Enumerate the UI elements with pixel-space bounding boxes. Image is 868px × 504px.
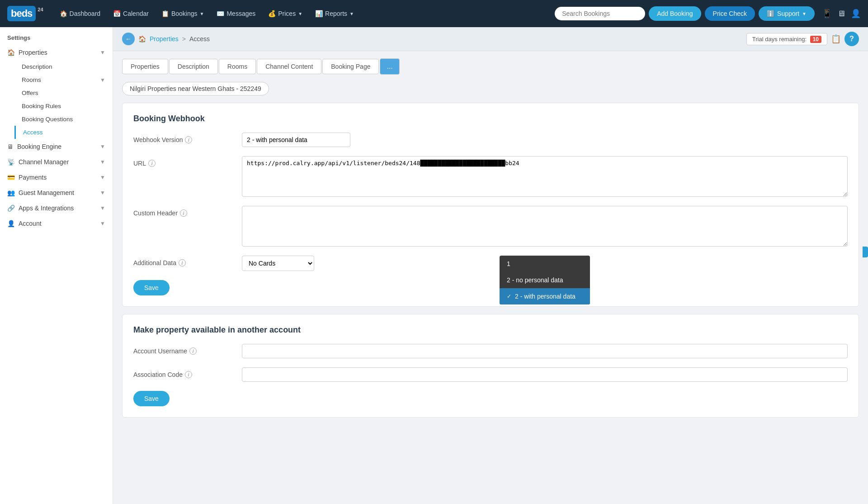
url-label: URL i [133, 156, 233, 167]
reports-dropdown-icon: ▼ [349, 11, 354, 16]
payments-expand-icon: ▼ [100, 174, 105, 181]
url-textarea[interactable]: <span data-bind="booking_webhook.url_val… [242, 156, 848, 197]
webhook-version-control: 1 2 - no personal data ✓ 2 - with person… [242, 133, 848, 147]
price-check-button[interactable]: Price Check [705, 6, 755, 21]
account-username-label: Account Username i [133, 344, 233, 355]
prices-dropdown-icon: ▼ [298, 11, 302, 16]
sidebar-item-booking-questions[interactable]: Booking Questions [14, 113, 113, 126]
trial-badge: Trial days remaining: 10 [746, 33, 827, 45]
add-booking-button[interactable]: Add Booking [649, 6, 701, 21]
search-bookings-input[interactable] [555, 7, 645, 20]
tab-channel-content[interactable]: Channel Content [257, 59, 321, 74]
association-code-row: Association Code i [133, 367, 848, 382]
user-icon[interactable]: 👤 [851, 9, 861, 19]
nav-prices[interactable]: 💰 Prices ▼ [263, 6, 308, 21]
nav-messages[interactable]: ✉️ Messages [211, 6, 261, 21]
make-available-title: Make property available in another accou… [133, 325, 848, 335]
tab-description[interactable]: Description [169, 59, 218, 74]
dropdown-option-1[interactable]: 1 [500, 256, 590, 272]
tab-more-button[interactable]: ... [380, 58, 399, 75]
account-username-row: Account Username i [133, 344, 848, 358]
account-username-input[interactable] [242, 344, 848, 358]
sidebar-item-channel-manager[interactable]: 📡 Channel Manager ▼ [0, 154, 113, 170]
channel-manager-icon: 📡 [7, 158, 15, 166]
properties-expand-icon: ▼ [100, 49, 105, 56]
side-panel-tab[interactable] [863, 247, 868, 257]
payments-icon: 💳 [7, 174, 15, 181]
webhook-version-row: Webhook Version i 1 2 - no personal data [133, 133, 848, 147]
breadcrumb-properties-link[interactable]: Properties [150, 35, 179, 43]
settings-heading: Settings [0, 27, 113, 45]
dropdown-option-2-no-personal[interactable]: 2 - no personal data [500, 272, 590, 288]
nav-dashboard[interactable]: 🏠 Dashboard [54, 6, 106, 21]
apps-icon: 🔗 [7, 204, 15, 212]
messages-icon: ✉️ [217, 10, 224, 17]
save-webhook-button[interactable]: Save [133, 280, 170, 295]
bookings-dropdown-icon: ▼ [200, 11, 204, 16]
association-code-help-icon[interactable]: i [185, 371, 192, 378]
properties-icon: 🏠 [7, 49, 15, 56]
logo-text: beds [7, 6, 36, 21]
support-button[interactable]: ℹ️ Support ▼ [759, 6, 815, 21]
support-dropdown-icon: ▼ [802, 11, 807, 16]
custom-header-help-icon[interactable]: i [180, 209, 187, 217]
sidebar-item-booking-engine[interactable]: 🖥 Booking Engine ▼ [0, 139, 113, 154]
back-button[interactable]: ← [122, 33, 135, 45]
main-layout: Settings 🏠 Properties ▼ Description Room… [0, 27, 868, 504]
additional-data-help-icon[interactable]: i [179, 259, 186, 266]
account-icon: 👤 [7, 220, 15, 227]
trial-days-count: 10 [810, 36, 821, 43]
rooms-expand-icon: ▼ [100, 77, 105, 83]
nav-links: 🏠 Dashboard 📅 Calendar 📋 Bookings ▼ ✉️ M… [54, 6, 550, 21]
sidebar-item-payments[interactable]: 💳 Payments ▼ [0, 170, 113, 185]
save-available-button[interactable]: Save [133, 391, 170, 406]
tab-properties[interactable]: Properties [122, 59, 168, 74]
account-username-help-icon[interactable]: i [189, 347, 197, 355]
properties-subnav: Description Rooms ▼ Offers Booking Rules… [0, 60, 113, 139]
webhook-version-input[interactable] [242, 133, 350, 147]
app-logo[interactable]: beds 24 [7, 6, 43, 21]
sidebar-item-guest-management[interactable]: 👥 Guest Management ▼ [0, 185, 113, 200]
tabs-bar: Properties Description Rooms Channel Con… [122, 58, 859, 75]
sidebar-item-apps[interactable]: 🔗 Apps & Integrations ▼ [0, 200, 113, 216]
association-code-input[interactable] [242, 367, 848, 382]
url-row: URL i <span data-bind="booking_webhook.u… [133, 156, 848, 197]
sidebar-item-description[interactable]: Description [14, 60, 113, 73]
url-help-icon[interactable]: i [148, 160, 156, 167]
sidebar-item-offers[interactable]: Offers [14, 86, 113, 100]
webhook-version-label: Webhook Version i [133, 133, 233, 143]
sidebar-item-properties[interactable]: 🏠 Properties ▼ [0, 45, 113, 60]
apps-expand-icon: ▼ [100, 205, 105, 211]
property-selector[interactable]: Nilgiri Properties near Western Ghats - … [122, 82, 269, 95]
bookings-icon: 📋 [161, 10, 169, 17]
info-icon: ℹ️ [767, 10, 774, 17]
calendar-icon: 📅 [113, 10, 121, 17]
sidebar-item-account[interactable]: 👤 Account ▼ [0, 216, 113, 231]
nav-bookings[interactable]: 📋 Bookings ▼ [156, 6, 210, 21]
additional-data-label: Additional Data i [133, 256, 233, 266]
booking-engine-icon: 🖥 [7, 143, 14, 150]
help-button[interactable]: ? [844, 32, 859, 46]
dropdown-option-2-with-personal[interactable]: ✓ 2 - with personal data [500, 288, 590, 304]
webhook-version-help-icon[interactable]: i [185, 136, 192, 143]
sidebar-item-booking-rules[interactable]: Booking Rules [14, 100, 113, 113]
breadcrumb-current: Access [189, 35, 210, 43]
desktop-icon[interactable]: 🖥 [837, 9, 845, 19]
sidebar-item-rooms[interactable]: Rooms ▼ [14, 73, 113, 86]
mobile-icon[interactable]: 📱 [822, 9, 832, 19]
top-navigation: beds 24 🏠 Dashboard 📅 Calendar 📋 Booking… [0, 0, 868, 27]
booking-webhook-card: Booking Webhook Webhook Version i 1 [122, 103, 859, 307]
custom-header-textarea[interactable] [242, 206, 848, 247]
booking-webhook-title: Booking Webhook [133, 114, 848, 124]
guest-management-icon: 👥 [7, 189, 15, 196]
additional-data-select[interactable]: No Cards With Cards [242, 256, 314, 271]
breadcrumb-separator: > [182, 35, 186, 43]
nav-reports[interactable]: 📊 Reports ▼ [310, 6, 359, 21]
sidebar-item-access[interactable]: Access [14, 126, 113, 139]
nav-calendar[interactable]: 📅 Calendar [108, 6, 154, 21]
account-expand-icon: ▼ [100, 220, 105, 227]
tab-rooms[interactable]: Rooms [219, 59, 256, 74]
tab-booking-page[interactable]: Booking Page [322, 59, 379, 74]
clipboard-icon[interactable]: 📋 [831, 34, 841, 44]
save-row: Save [133, 280, 848, 295]
